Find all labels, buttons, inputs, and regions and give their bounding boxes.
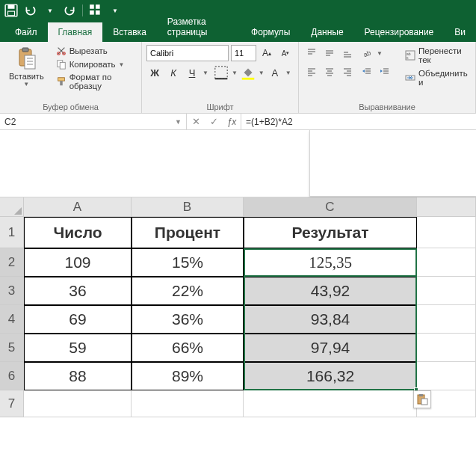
underline-button[interactable]: Ч	[184, 64, 200, 81]
italic-button[interactable]: К	[165, 64, 182, 81]
align-right-button[interactable]	[339, 64, 356, 80]
row-header-2[interactable]: 2	[0, 248, 24, 277]
orientation-button[interactable]: ab	[359, 45, 375, 61]
cell-C4[interactable]: 93,84	[244, 305, 417, 334]
qat-separator	[82, 4, 83, 16]
group-font: A▴ A▾ Ж К Ч ▼ ▼ ▼ A ▼	[142, 42, 299, 113]
insert-function-button[interactable]: ƒx	[223, 114, 241, 130]
tab-data[interactable]: Данные	[300, 22, 353, 42]
cell-B6[interactable]: 89%	[132, 362, 244, 390]
font-color-button[interactable]: A	[267, 64, 283, 81]
copy-button[interactable]: Копировать ▼	[53, 58, 137, 70]
cell-B1[interactable]: Процент	[132, 217, 244, 248]
copy-dropdown-icon[interactable]: ▼	[119, 61, 125, 68]
cell-C5[interactable]: 97,94	[244, 334, 417, 362]
qat-customize-icon[interactable]: ▼	[108, 4, 122, 17]
cell-C1[interactable]: Результат	[244, 217, 417, 248]
align-bottom-button[interactable]	[339, 45, 356, 61]
row-header-1[interactable]: 1	[0, 217, 24, 248]
svg-rect-6	[96, 10, 100, 15]
cell-B5[interactable]: 66%	[132, 334, 244, 362]
qat-grid-icon[interactable]	[89, 4, 102, 17]
name-box[interactable]: C2 ▼	[0, 114, 187, 129]
row-header-5[interactable]: 5	[0, 334, 24, 362]
cell-B4[interactable]: 36%	[132, 305, 244, 334]
col-header-A[interactable]: A	[24, 197, 132, 217]
decrease-font-button[interactable]: A▾	[277, 45, 294, 61]
increase-indent-button[interactable]	[377, 64, 393, 80]
spreadsheet-grid[interactable]: A B C 1 2 3 4 5 6 7 Число Процент Резуль…	[0, 197, 476, 417]
borders-dropdown-icon[interactable]: ▼	[232, 70, 238, 76]
redo-icon[interactable]	[63, 4, 76, 17]
fill-dropdown-icon[interactable]: ▼	[259, 70, 265, 76]
scissors-icon	[56, 46, 67, 56]
cell-D2[interactable]	[417, 248, 476, 277]
bold-button[interactable]: Ж	[146, 64, 163, 81]
format-painter-button[interactable]: Формат по образцу	[53, 72, 137, 91]
cancel-formula-button[interactable]: ✕	[187, 114, 205, 130]
paste-dropdown-icon[interactable]: ▼	[23, 81, 29, 88]
formula-input[interactable]: =(1+B2)*A2	[241, 114, 476, 129]
cell-C6[interactable]: 166,32	[244, 362, 417, 390]
cell-C2[interactable]: 125,35	[244, 248, 417, 277]
row-header-3[interactable]: 3	[0, 277, 24, 305]
tab-file[interactable]: Файл	[4, 22, 48, 42]
indent-icon	[380, 67, 390, 77]
cell-D6[interactable]	[417, 362, 476, 390]
decrease-indent-button[interactable]	[359, 64, 375, 80]
cell-A2[interactable]: 109	[24, 248, 132, 277]
font-color-dropdown-icon[interactable]: ▼	[285, 70, 291, 76]
cell-B3[interactable]: 22%	[132, 277, 244, 305]
undo-dropdown-icon[interactable]: ▼	[43, 4, 57, 17]
increase-font-button[interactable]: A▴	[259, 45, 275, 61]
cell-C7[interactable]	[244, 390, 417, 417]
row-header-4[interactable]: 4	[0, 305, 24, 334]
cut-button[interactable]: Вырезать	[53, 45, 137, 57]
font-size-combo[interactable]	[231, 45, 256, 61]
accept-formula-button[interactable]: ✓	[205, 114, 223, 130]
tab-page-layout[interactable]: Разметка страницы	[157, 12, 241, 42]
cell-D5[interactable]	[417, 334, 476, 362]
underline-dropdown-icon[interactable]: ▼	[203, 70, 208, 76]
col-header-C[interactable]: C	[244, 197, 417, 217]
undo-icon[interactable]	[24, 4, 37, 17]
cell-A3[interactable]: 36	[24, 277, 132, 305]
paste-button[interactable]: Вставить ▼	[4, 45, 49, 101]
tab-formulas[interactable]: Формулы	[241, 22, 300, 42]
row-header-7[interactable]: 7	[0, 390, 24, 417]
cell-B7[interactable]	[132, 390, 244, 417]
align-top-button[interactable]	[303, 45, 320, 61]
cell-B2[interactable]: 15%	[132, 248, 244, 277]
cell-C3[interactable]: 43,92	[244, 277, 417, 305]
select-all-corner[interactable]	[0, 197, 24, 217]
save-icon[interactable]	[4, 4, 18, 17]
svg-rect-5	[90, 10, 94, 15]
tab-home[interactable]: Главная	[48, 22, 103, 42]
col-header-B[interactable]: B	[132, 197, 244, 217]
col-header-D[interactable]	[417, 197, 476, 217]
paste-options-button[interactable]	[413, 390, 431, 408]
tab-review[interactable]: Рецензирование	[354, 22, 445, 42]
align-center-button[interactable]	[321, 64, 338, 80]
cell-A4[interactable]: 69	[24, 305, 132, 334]
merge-button[interactable]: Объединить и	[402, 67, 471, 88]
cell-D3[interactable]	[417, 277, 476, 305]
cells-area[interactable]: Число Процент Результат 109 15% 125,35 3…	[24, 217, 476, 417]
fill-color-button[interactable]	[240, 64, 256, 81]
tab-view[interactable]: Ви	[444, 22, 476, 42]
orientation-dropdown-icon[interactable]: ▼	[377, 50, 383, 57]
cell-A5[interactable]: 59	[24, 334, 132, 362]
cell-A7[interactable]	[24, 390, 132, 417]
row-header-6[interactable]: 6	[0, 362, 24, 390]
cell-A6[interactable]: 88	[24, 362, 132, 390]
align-middle-button[interactable]	[321, 45, 338, 61]
align-left-button[interactable]	[303, 64, 320, 80]
cell-D4[interactable]	[417, 305, 476, 334]
font-name-combo[interactable]	[146, 45, 229, 61]
cell-A1[interactable]: Число	[24, 217, 132, 248]
wrap-text-button[interactable]: abc Перенести тек	[402, 45, 471, 66]
cell-D1[interactable]	[417, 217, 476, 248]
tab-insert[interactable]: Вставка	[102, 22, 157, 42]
name-box-dropdown-icon[interactable]: ▼	[175, 118, 182, 126]
borders-button[interactable]	[213, 64, 229, 81]
